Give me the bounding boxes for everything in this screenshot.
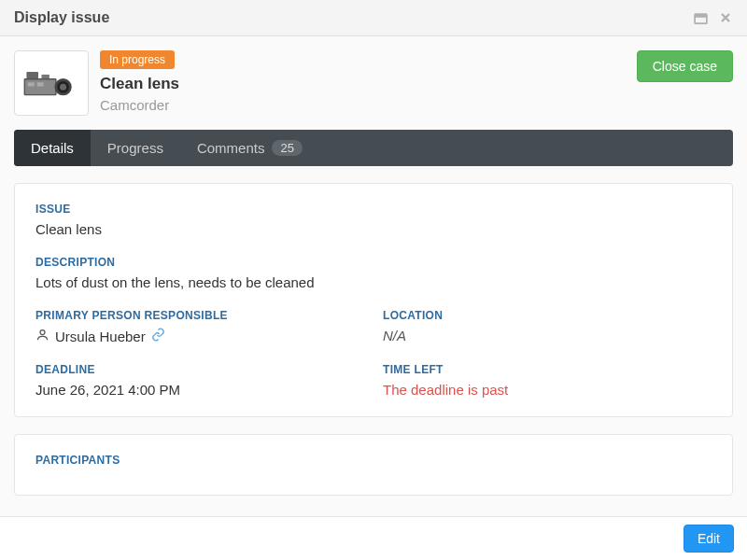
- tab-label: Details: [31, 140, 74, 156]
- issue-field-value: Clean lens: [35, 221, 712, 237]
- person-icon: [35, 328, 49, 344]
- primary-person-label: PRIMARY PERSON RESPONSIBLE: [35, 309, 364, 322]
- tab-label: Progress: [107, 140, 163, 156]
- footer: Edit: [0, 516, 747, 560]
- tab-label: Comments: [197, 140, 265, 156]
- participants-panel: PARTICIPANTS: [14, 434, 733, 496]
- link-icon[interactable]: [151, 328, 165, 344]
- location-label: LOCATION: [383, 309, 712, 322]
- svg-rect-1: [695, 14, 707, 18]
- deadline-label: DEADLINE: [35, 363, 364, 376]
- edit-button[interactable]: Edit: [684, 525, 734, 553]
- timeleft-value: The deadline is past: [383, 382, 712, 398]
- col-right: TIME LEFT The deadline is past: [383, 363, 712, 398]
- dialog-header: Display issue: [0, 0, 747, 36]
- col-left: DEADLINE June 26, 2021 4:00 PM: [35, 363, 364, 398]
- status-badge: In progress: [100, 50, 175, 69]
- camcorder-icon: [19, 60, 84, 106]
- svg-rect-9: [28, 82, 35, 86]
- svg-rect-3: [25, 80, 55, 94]
- issue-header: In progress Clean lens Camcorder Close c…: [14, 50, 733, 130]
- participants-label: PARTICIPANTS: [35, 454, 712, 467]
- close-case-button[interactable]: Close case: [637, 50, 733, 82]
- deadline-value: June 26, 2021 4:00 PM: [35, 382, 364, 398]
- two-col-row-1: PRIMARY PERSON RESPONSIBLE Ursula Hueber…: [35, 309, 712, 363]
- location-value: N/A: [383, 328, 712, 343]
- svg-rect-8: [42, 75, 49, 78]
- svg-point-6: [60, 84, 66, 91]
- comments-count-badge: 25: [272, 140, 302, 156]
- issue-meta: In progress Clean lens Camcorder: [100, 50, 626, 113]
- header-actions: [693, 10, 733, 26]
- close-icon[interactable]: [718, 10, 733, 25]
- description-field-label: DESCRIPTION: [35, 256, 712, 269]
- issue-thumbnail[interactable]: [14, 50, 89, 116]
- tab-bar: Details Progress Comments 25: [14, 130, 733, 166]
- timeleft-label: TIME LEFT: [383, 363, 712, 376]
- col-left: PRIMARY PERSON RESPONSIBLE Ursula Hueber: [35, 309, 364, 363]
- description-field-value: Lots of dust on the lens, needs to be cl…: [35, 274, 712, 290]
- details-panel: ISSUE Clean lens DESCRIPTION Lots of dus…: [14, 183, 733, 417]
- issue-field-label: ISSUE: [35, 203, 712, 216]
- svg-point-11: [40, 330, 45, 335]
- svg-rect-10: [37, 82, 44, 86]
- issue-category: Camcorder: [100, 97, 626, 113]
- tab-progress[interactable]: Progress: [91, 130, 180, 166]
- primary-person-value: Ursula Hueber: [35, 328, 364, 344]
- two-col-row-2: DEADLINE June 26, 2021 4:00 PM TIME LEFT…: [35, 363, 712, 398]
- issue-title: Clean lens: [100, 75, 626, 93]
- tab-details[interactable]: Details: [14, 130, 91, 166]
- content-area: In progress Clean lens Camcorder Close c…: [0, 36, 747, 510]
- col-right: LOCATION N/A: [383, 309, 712, 363]
- person-name: Ursula Hueber: [55, 329, 146, 344]
- tab-comments[interactable]: Comments 25: [180, 130, 319, 166]
- minimize-icon[interactable]: [693, 10, 709, 26]
- dialog-title: Display issue: [14, 9, 109, 26]
- svg-rect-7: [26, 72, 38, 78]
